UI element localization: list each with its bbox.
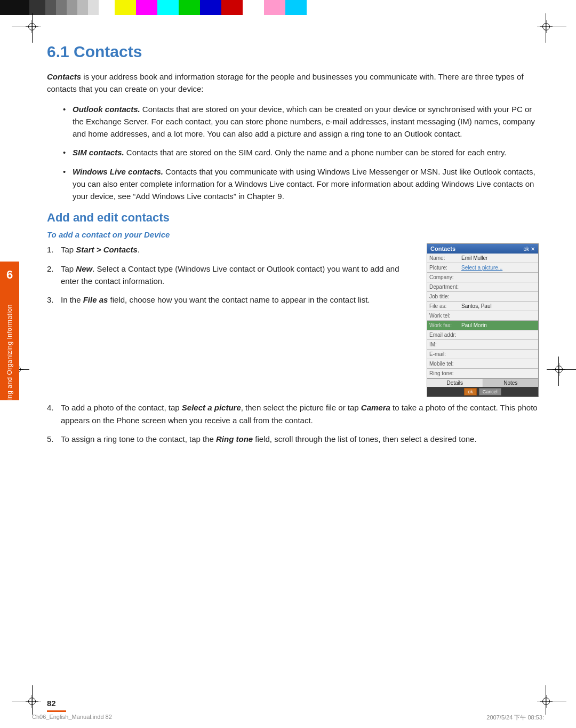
ss-tab-notes: Notes bbox=[483, 379, 539, 387]
top-bar-segment bbox=[136, 0, 157, 15]
ss-label-picture: Picture: bbox=[429, 265, 461, 271]
top-bar-segment bbox=[56, 0, 67, 15]
top-bar-segment bbox=[285, 0, 307, 15]
ss-icon-ok: ok bbox=[523, 246, 529, 252]
ss-row-workfax: Work fax: Paul Morin bbox=[427, 321, 538, 330]
ss-value-fileas: Santos, Paul bbox=[461, 303, 536, 309]
top-bar-segment bbox=[0, 0, 29, 15]
bullet-sim: SIM contacts. Contacts that are stored o… bbox=[63, 146, 544, 159]
hline-br bbox=[537, 701, 566, 701]
screenshot-col: Contacts ok ✕ Name: Emil Muller Picture:… bbox=[427, 243, 544, 397]
main-content: 6.1 Contacts Contacts is your address bo… bbox=[47, 43, 544, 685]
ss-tabs: Details Notes bbox=[427, 378, 538, 387]
top-bar-segment bbox=[29, 0, 45, 15]
bullet-sim-bold: SIM contacts. bbox=[73, 148, 124, 157]
step-3: 3. In the File as field, choose how you … bbox=[47, 294, 416, 306]
ss-label-jobtitle: Job title: bbox=[429, 294, 461, 299]
ss-btn-cancel[interactable]: Cancel bbox=[479, 388, 501, 395]
ss-label-dept: Department: bbox=[429, 284, 461, 290]
contacts-italic: Contacts bbox=[47, 72, 81, 81]
ss-label-name: Name: bbox=[429, 255, 461, 261]
ss-row-fileas: File as: Santos, Paul bbox=[427, 302, 538, 311]
hline-tl bbox=[12, 27, 41, 27]
ss-row-company: Company: bbox=[427, 273, 538, 282]
ss-label-fileas: File as: bbox=[429, 303, 461, 309]
steps-col-left: 1. Tap Start > Contacts. 2. Tap New. Sel… bbox=[47, 243, 416, 312]
ss-value-workfax: Paul Morin bbox=[461, 322, 536, 328]
steps-cont: 4. To add a photo of the contact, tap Se… bbox=[47, 401, 544, 445]
step-3-text: In the File as field, choose how you wan… bbox=[61, 294, 370, 306]
page-number: 82 bbox=[47, 699, 56, 708]
ss-label-ringtone: Ring tone: bbox=[429, 370, 461, 376]
hline-bl bbox=[12, 701, 41, 701]
ss-label-workfax: Work fax: bbox=[429, 322, 461, 328]
bullet-sim-text: Contacts that are stored on the SIM card… bbox=[126, 148, 507, 157]
step-2: 2. Tap New. Select a Contact type (Windo… bbox=[47, 263, 416, 288]
step-4: 4. To add a photo of the contact, tap Se… bbox=[47, 401, 544, 426]
top-bar-segment bbox=[243, 0, 264, 15]
ss-row-im: IM: bbox=[427, 340, 538, 350]
intro-paragraph: Contacts is your address book and inform… bbox=[47, 70, 544, 96]
bullet-wlive-bold: Windows Live contacts. bbox=[73, 167, 163, 176]
top-bar-segment bbox=[264, 0, 285, 15]
sub-sub-heading-add: To add a contact on your Device bbox=[47, 230, 544, 239]
ss-row-email: E-mail: bbox=[427, 350, 538, 359]
ss-row-jobtitle: Job title: bbox=[427, 292, 538, 302]
ss-row-dept: Department: bbox=[427, 282, 538, 292]
ss-titlebar: Contacts ok ✕ bbox=[427, 244, 538, 254]
vline-mr bbox=[558, 357, 559, 386]
ss-value-picture: Select a picture... bbox=[461, 265, 536, 271]
top-bar-segment bbox=[77, 0, 88, 15]
step-2-num: 2. bbox=[47, 263, 57, 288]
ss-value-name: Emil Muller bbox=[461, 255, 536, 261]
bullet-outlook-bold: Outlook contacts. bbox=[73, 105, 140, 114]
ss-row-emailaddr: Email addr: bbox=[427, 330, 538, 340]
ss-row-name: Name: Emil Muller bbox=[427, 254, 538, 263]
screenshot-mockup: Contacts ok ✕ Name: Emil Muller Picture:… bbox=[427, 243, 539, 397]
step-1-text: Tap Start > Contacts. bbox=[61, 243, 140, 256]
footer-right: 2007/5/24 下午 08:53: bbox=[486, 714, 544, 722]
bullet-outlook-text: Contacts that are stored on your device,… bbox=[73, 105, 535, 139]
ss-row-mobile: Mobile tel: bbox=[427, 359, 538, 369]
vline-tl bbox=[32, 13, 33, 43]
sub-heading-add-edit: Add and edit contacts bbox=[47, 211, 544, 225]
top-color-bar bbox=[0, 0, 576, 15]
bullet-wlive: Windows Live contacts. Contacts that you… bbox=[63, 165, 544, 203]
ss-label-worktel: Work tel: bbox=[429, 313, 461, 319]
page-number-underline bbox=[47, 710, 66, 712]
ss-tab-details: Details bbox=[427, 379, 483, 387]
chapter-number: 6 bbox=[6, 268, 13, 282]
top-bar-segment bbox=[45, 0, 56, 15]
step-1-num: 1. bbox=[47, 243, 57, 256]
ss-row-ringtone: Ring tone: bbox=[427, 369, 538, 378]
ss-label-im: IM: bbox=[429, 342, 461, 347]
step-4-num: 4. bbox=[47, 401, 57, 426]
intro-text: is your address book and information sto… bbox=[47, 72, 524, 93]
step-5-num: 5. bbox=[47, 433, 57, 445]
top-bar-segment bbox=[179, 0, 200, 15]
chapter-tab: 6 Adding and Organizing Information bbox=[0, 262, 19, 400]
two-col-layout: 1. Tap Start > Contacts. 2. Tap New. Sel… bbox=[47, 243, 544, 397]
vline-br bbox=[546, 685, 546, 715]
step-5: 5. To assign a ring tone to the contact,… bbox=[47, 433, 544, 445]
ss-icon-x: ✕ bbox=[531, 246, 535, 252]
footer-left: Ch06_English_Manual.indd 82 bbox=[32, 714, 112, 722]
ss-btn-ok[interactable]: ok bbox=[464, 388, 477, 395]
hline-tr bbox=[537, 27, 566, 27]
step-1: 1. Tap Start > Contacts. bbox=[47, 243, 416, 256]
step-5-text: To assign a ring tone to the contact, ta… bbox=[61, 433, 477, 445]
ss-bottom-bar: ok Cancel bbox=[427, 387, 538, 397]
footer: Ch06_English_Manual.indd 82 2007/5/24 下午… bbox=[32, 714, 544, 722]
reg-mark-bottom-right bbox=[540, 695, 553, 708]
ss-label-email: E-mail: bbox=[429, 351, 461, 357]
ss-titlebar-icons: ok ✕ bbox=[523, 246, 535, 252]
ss-label-company: Company: bbox=[429, 274, 461, 280]
ss-titlebar-title: Contacts bbox=[430, 246, 455, 252]
ss-row-picture: Picture: Select a picture... bbox=[427, 263, 538, 273]
ss-row-worktel: Work tel: bbox=[427, 311, 538, 321]
top-bar-segment bbox=[221, 0, 243, 15]
contact-types-list: Outlook contacts. Contacts that are stor… bbox=[63, 103, 544, 203]
hline-mr bbox=[547, 369, 576, 370]
top-bar-segment bbox=[115, 0, 136, 15]
section-heading: 6.1 Contacts bbox=[47, 43, 544, 61]
